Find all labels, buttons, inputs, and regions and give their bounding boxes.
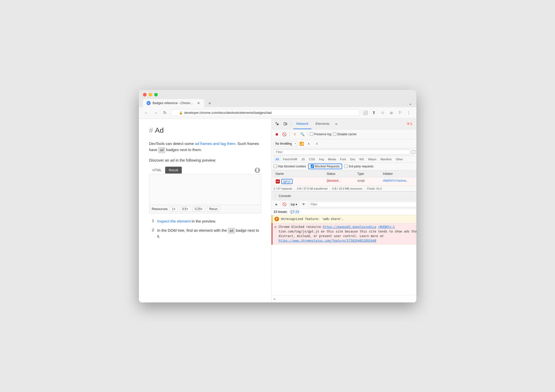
table-row[interactable]: ad gpt.js (blocked... script rNdGNYx?ani… xyxy=(272,177,416,186)
rerun-button[interactable]: Rerun xyxy=(207,206,220,212)
preserve-log-checkbox-row: Preserve log xyxy=(310,132,331,136)
req-tab-js[interactable]: JS xyxy=(299,157,307,162)
title-bar: G Badges reference - Chrome De ✕ + ⌄ xyxy=(139,90,416,107)
ad-frames-link[interactable]: ad frames and tag them xyxy=(195,141,235,146)
req-tab-other[interactable]: Other xyxy=(394,157,405,162)
has-blocked-cookies-label[interactable]: Has blocked cookies xyxy=(274,165,306,168)
menu-button[interactable]: ⋮ xyxy=(405,109,412,116)
req-tab-fetch-xhr[interactable]: Fetch/XHR xyxy=(281,157,299,162)
blocked-requests-checkbox[interactable] xyxy=(311,165,314,168)
device-toolbar-button[interactable] xyxy=(282,120,289,127)
req-tab-doc[interactable]: Doc xyxy=(348,157,357,162)
preserve-log-label[interactable]: Preserve log xyxy=(314,132,331,136)
ns-resources: 0 B / 15.0 MB resources xyxy=(332,187,362,190)
preserve-log-checkbox[interactable] xyxy=(310,132,313,136)
error-ref[interactable]: rNdGNYx:1 xyxy=(378,225,395,229)
third-party-checkbox[interactable] xyxy=(344,165,347,168)
clear-button[interactable]: 🚫 xyxy=(281,131,287,137)
tab-elements[interactable]: Elements xyxy=(312,118,332,129)
warning-text: Unrecognized feature: 'web-share'. xyxy=(281,217,344,221)
tab-network[interactable]: Network xyxy=(293,118,312,129)
record-button[interactable]: ⏺ xyxy=(274,131,280,137)
error-link-1[interactable]: https://pagead2.googlesyndica xyxy=(323,225,376,229)
req-tab-img[interactable]: Img xyxy=(317,157,326,162)
back-button[interactable]: ← xyxy=(143,109,150,116)
error-text: Chrome blocked resource https://pagead2.… xyxy=(279,225,416,243)
minimize-window-button[interactable] xyxy=(149,93,152,96)
element-selector-button[interactable] xyxy=(274,120,281,127)
req-tab-ws[interactable]: WS xyxy=(357,157,366,162)
th-initiator: Initiator xyxy=(381,170,416,177)
error-badge[interactable]: ✕ 1 xyxy=(405,121,414,126)
maximize-window-button[interactable] xyxy=(154,93,158,96)
search-button[interactable]: 🔍 xyxy=(299,131,306,137)
scale-1x-button[interactable]: 1× xyxy=(170,206,178,212)
preview-tab-result[interactable]: Result xyxy=(165,167,182,174)
browser-tab[interactable]: G Badges reference - Chrome De ✕ xyxy=(143,99,204,107)
issues-icon: 💬 xyxy=(291,210,294,214)
req-tab-wasm[interactable]: Wasm xyxy=(366,157,378,162)
cast-button[interactable]: ⬜ xyxy=(362,109,369,116)
ns-requests: 1 / 67 requests xyxy=(274,187,292,190)
upload-button[interactable]: ⬆ xyxy=(306,141,312,147)
window-controls[interactable]: ⌄ xyxy=(408,101,412,107)
filename-link[interactable]: gpt.js xyxy=(281,179,293,184)
td-initiator[interactable]: rNdGNYx?anima... xyxy=(381,177,416,186)
disable-cache-label[interactable]: Disable cache xyxy=(337,132,356,136)
page-content: # Ad DevTools can detect some ad frames … xyxy=(139,119,272,302)
warning-badge[interactable]: ⚠ 6 xyxy=(416,121,416,126)
inspect-element-link[interactable]: Inspect the element xyxy=(157,219,191,223)
filter-input[interactable] xyxy=(274,149,410,155)
download-button[interactable]: ⬇ xyxy=(314,141,320,147)
td-name[interactable]: ad gpt.js xyxy=(274,177,325,186)
error-link-2[interactable]: https://www.chromestatus.com/feature/573… xyxy=(279,239,376,242)
req-tab-all[interactable]: All xyxy=(274,157,281,162)
step2-text1: In the DOM tree, find an element with th… xyxy=(157,228,228,232)
preview-tab-html[interactable]: HTML xyxy=(149,167,165,174)
th-type: Type xyxy=(355,170,381,177)
tab-close-button[interactable]: ✕ xyxy=(197,101,201,105)
disable-cache-checkbox-row: Disable cache xyxy=(333,132,356,136)
disable-cache-checkbox[interactable] xyxy=(333,132,336,136)
console-header: ⋮ Console ✕ xyxy=(272,192,416,200)
issues-badge[interactable]: 💬 23 xyxy=(289,210,300,214)
forward-button[interactable]: → xyxy=(152,109,159,116)
more-tabs-button[interactable]: » xyxy=(333,121,339,126)
url-bar[interactable]: 🔒 developer.chrome.com/docs/devtools/ele… xyxy=(171,109,360,116)
tab-bar: G Badges reference - Chrome De ✕ + ⌄ xyxy=(143,99,412,107)
invert-checkbox[interactable] xyxy=(412,150,415,154)
error-text-before: Chrome blocked resource xyxy=(279,225,323,229)
list-item-1: 1 Inspect the element in the preview. xyxy=(149,218,261,224)
filter-button[interactable]: ▽ xyxy=(292,131,298,137)
scale-05x-button[interactable]: 0.5× xyxy=(180,206,190,212)
invert-label[interactable]: Invert xyxy=(416,150,416,154)
console-toolbar: ▶ 🚫 top ▾ 👁 Default levels ▾ ⚙ xyxy=(272,200,416,209)
has-blocked-cookies-checkbox[interactable] xyxy=(274,165,277,168)
profile-button[interactable]: ⚐ xyxy=(396,109,404,116)
console-run-button[interactable]: ▶ xyxy=(274,201,280,207)
console-eye-button[interactable]: 👁 xyxy=(300,201,307,207)
req-tab-font[interactable]: Font xyxy=(338,157,348,162)
third-party-label[interactable]: 3rd-party requests xyxy=(344,165,373,168)
wifi-icon: 📶 xyxy=(299,142,304,146)
list-item-2: 2 In the DOM tree, find an element with … xyxy=(149,228,261,239)
ns-transferred: 0 B / 37.5 kB transferred xyxy=(297,187,327,190)
close-window-button[interactable] xyxy=(143,93,147,96)
console-filter-input[interactable] xyxy=(308,202,416,207)
req-tab-media[interactable]: Media xyxy=(326,157,338,162)
extensions-button[interactable]: ⧈ xyxy=(388,109,395,116)
new-tab-button[interactable]: + xyxy=(206,100,213,107)
scale-025x-button[interactable]: 0.25× xyxy=(192,206,205,212)
console-clear-button[interactable]: 🚫 xyxy=(281,201,287,207)
th-status: Status xyxy=(325,170,355,177)
throttle-wrapper: No throttling Fast 3G Slow 3G Offline xyxy=(274,141,297,146)
preview-embed-button[interactable] xyxy=(254,166,261,174)
req-tab-css[interactable]: CSS xyxy=(307,157,317,162)
reload-button[interactable]: ↻ xyxy=(161,109,168,116)
throttle-select[interactable]: No throttling Fast 3G Slow 3G Offline xyxy=(274,141,297,146)
top-context-select[interactable]: top ▾ xyxy=(289,202,299,207)
console-drag-handle[interactable]: ⋮ xyxy=(274,194,277,198)
req-tab-manifest[interactable]: Manifest xyxy=(378,157,393,162)
bookmark-button[interactable]: ☆ xyxy=(379,109,386,116)
share-button[interactable]: ⬆ xyxy=(370,109,378,116)
